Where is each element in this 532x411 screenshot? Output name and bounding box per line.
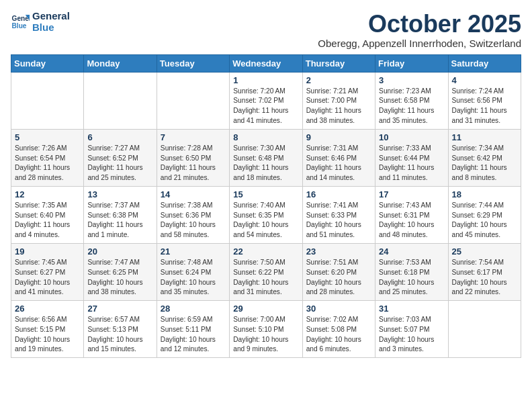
day-number: 25	[452, 246, 517, 257]
day-number: 1	[233, 75, 298, 85]
calendar-cell: 18Sunrise: 7:44 AMSunset: 6:29 PMDayligh…	[448, 186, 521, 243]
day-info: Sunrise: 7:31 AMSunset: 6:46 PMDaylight:…	[306, 144, 371, 183]
calendar-cell: 3Sunrise: 7:23 AMSunset: 6:58 PMDaylight…	[375, 72, 448, 129]
calendar-cell: 29Sunrise: 7:00 AMSunset: 5:10 PMDayligh…	[230, 301, 302, 358]
day-info: Sunrise: 7:20 AMSunset: 7:02 PMDaylight:…	[233, 87, 298, 126]
calendar-header-row: SundayMondayTuesdayWednesdayThursdayFrid…	[11, 54, 521, 72]
day-number: 27	[87, 304, 152, 314]
day-number: 24	[379, 246, 444, 257]
day-info: Sunrise: 7:51 AMSunset: 6:20 PMDaylight:…	[306, 258, 371, 298]
day-info: Sunrise: 7:45 AMSunset: 6:27 PMDaylight:…	[15, 258, 80, 298]
day-number: 29	[233, 304, 298, 314]
calendar-cell: 26Sunrise: 6:56 AMSunset: 5:15 PMDayligh…	[11, 301, 84, 358]
day-info: Sunrise: 7:24 AMSunset: 6:56 PMDaylight:…	[452, 87, 517, 126]
logo: General Blue General Blue	[11, 11, 70, 33]
calendar-cell: 17Sunrise: 7:43 AMSunset: 6:31 PMDayligh…	[375, 186, 448, 243]
calendar-cell: 14Sunrise: 7:38 AMSunset: 6:36 PMDayligh…	[157, 186, 229, 243]
calendar-cell: 13Sunrise: 7:37 AMSunset: 6:38 PMDayligh…	[84, 186, 157, 243]
day-info: Sunrise: 7:34 AMSunset: 6:42 PMDaylight:…	[452, 144, 517, 183]
day-info: Sunrise: 7:02 AMSunset: 5:08 PMDaylight:…	[306, 315, 371, 355]
calendar-cell: 19Sunrise: 7:45 AMSunset: 6:27 PMDayligh…	[11, 243, 84, 300]
calendar-cell: 28Sunrise: 6:59 AMSunset: 5:11 PMDayligh…	[157, 301, 229, 358]
calendar-header-wednesday: Wednesday	[230, 54, 302, 72]
day-info: Sunrise: 7:28 AMSunset: 6:50 PMDaylight:…	[161, 144, 226, 183]
day-info: Sunrise: 7:41 AMSunset: 6:33 PMDaylight:…	[306, 201, 371, 240]
day-number: 31	[379, 304, 444, 314]
calendar-cell: 16Sunrise: 7:41 AMSunset: 6:33 PMDayligh…	[302, 186, 375, 243]
day-info: Sunrise: 7:26 AMSunset: 6:54 PMDaylight:…	[15, 144, 80, 183]
calendar-cell: 2Sunrise: 7:21 AMSunset: 7:00 PMDaylight…	[302, 72, 375, 129]
day-info: Sunrise: 7:50 AMSunset: 6:22 PMDaylight:…	[233, 258, 298, 298]
day-number: 18	[452, 189, 517, 199]
calendar-cell: 6Sunrise: 7:27 AMSunset: 6:52 PMDaylight…	[84, 129, 157, 186]
day-number: 17	[379, 189, 444, 199]
calendar-cell: 5Sunrise: 7:26 AMSunset: 6:54 PMDaylight…	[11, 129, 84, 186]
calendar-week-row: 19Sunrise: 7:45 AMSunset: 6:27 PMDayligh…	[11, 243, 521, 300]
calendar-header-tuesday: Tuesday	[157, 54, 229, 72]
day-number: 23	[306, 246, 371, 257]
calendar-header-monday: Monday	[84, 54, 157, 72]
calendar-cell: 20Sunrise: 7:47 AMSunset: 6:25 PMDayligh…	[84, 243, 157, 300]
day-number: 2	[306, 75, 371, 85]
calendar-cell: 23Sunrise: 7:51 AMSunset: 6:20 PMDayligh…	[302, 243, 375, 300]
calendar-cell: 8Sunrise: 7:30 AMSunset: 6:48 PMDaylight…	[230, 129, 302, 186]
calendar-header-sunday: Sunday	[11, 54, 84, 72]
day-number: 28	[161, 304, 226, 314]
day-info: Sunrise: 6:57 AMSunset: 5:13 PMDaylight:…	[87, 315, 152, 355]
calendar-week-row: 12Sunrise: 7:35 AMSunset: 6:40 PMDayligh…	[11, 186, 521, 243]
calendar-cell: 25Sunrise: 7:54 AMSunset: 6:17 PMDayligh…	[448, 243, 521, 300]
month-title: October 2025	[318, 11, 521, 38]
day-number: 12	[15, 189, 80, 199]
calendar-cell	[84, 72, 157, 129]
day-info: Sunrise: 7:38 AMSunset: 6:36 PMDaylight:…	[161, 201, 226, 240]
day-info: Sunrise: 7:23 AMSunset: 6:58 PMDaylight:…	[379, 87, 444, 126]
calendar-cell: 24Sunrise: 7:53 AMSunset: 6:18 PMDayligh…	[375, 243, 448, 300]
day-number: 9	[306, 132, 371, 142]
day-number: 10	[379, 132, 444, 142]
calendar-header-friday: Friday	[375, 54, 448, 72]
calendar-cell: 12Sunrise: 7:35 AMSunset: 6:40 PMDayligh…	[11, 186, 84, 243]
day-number: 5	[15, 132, 80, 142]
logo-icon: General Blue	[11, 13, 30, 32]
calendar-table: SundayMondayTuesdayWednesdayThursdayFrid…	[11, 54, 521, 359]
day-number: 14	[161, 189, 226, 199]
day-number: 26	[15, 304, 80, 314]
calendar-week-row: 26Sunrise: 6:56 AMSunset: 5:15 PMDayligh…	[11, 301, 521, 358]
day-number: 16	[306, 189, 371, 199]
day-info: Sunrise: 7:54 AMSunset: 6:17 PMDaylight:…	[452, 258, 517, 298]
calendar-cell: 7Sunrise: 7:28 AMSunset: 6:50 PMDaylight…	[157, 129, 229, 186]
title-block: October 2025 Oberegg, Appenzell Innerrho…	[318, 11, 521, 49]
calendar-cell: 1Sunrise: 7:20 AMSunset: 7:02 PMDaylight…	[230, 72, 302, 129]
day-number: 11	[452, 132, 517, 142]
calendar-cell: 30Sunrise: 7:02 AMSunset: 5:08 PMDayligh…	[302, 301, 375, 358]
day-info: Sunrise: 7:47 AMSunset: 6:25 PMDaylight:…	[87, 258, 152, 298]
day-number: 30	[306, 304, 371, 314]
day-info: Sunrise: 7:40 AMSunset: 6:35 PMDaylight:…	[233, 201, 298, 240]
logo-line2: Blue	[32, 22, 70, 34]
calendar-header-thursday: Thursday	[302, 54, 375, 72]
day-number: 22	[233, 246, 298, 257]
day-number: 4	[452, 75, 517, 85]
location-title: Oberegg, Appenzell Innerrhoden, Switzerl…	[318, 38, 521, 49]
day-info: Sunrise: 7:00 AMSunset: 5:10 PMDaylight:…	[233, 315, 298, 355]
calendar-cell	[11, 72, 84, 129]
calendar-week-row: 5Sunrise: 7:26 AMSunset: 6:54 PMDaylight…	[11, 129, 521, 186]
day-info: Sunrise: 6:56 AMSunset: 5:15 PMDaylight:…	[15, 315, 80, 355]
calendar-cell: 22Sunrise: 7:50 AMSunset: 6:22 PMDayligh…	[230, 243, 302, 300]
calendar-cell	[157, 72, 229, 129]
day-info: Sunrise: 7:03 AMSunset: 5:07 PMDaylight:…	[379, 315, 444, 355]
day-info: Sunrise: 7:44 AMSunset: 6:29 PMDaylight:…	[452, 201, 517, 240]
day-info: Sunrise: 7:35 AMSunset: 6:40 PMDaylight:…	[15, 201, 80, 240]
calendar-cell: 9Sunrise: 7:31 AMSunset: 6:46 PMDaylight…	[302, 129, 375, 186]
calendar-cell: 4Sunrise: 7:24 AMSunset: 6:56 PMDaylight…	[448, 72, 521, 129]
day-info: Sunrise: 7:27 AMSunset: 6:52 PMDaylight:…	[87, 144, 152, 183]
calendar-cell: 11Sunrise: 7:34 AMSunset: 6:42 PMDayligh…	[448, 129, 521, 186]
svg-text:Blue: Blue	[12, 22, 27, 30]
calendar-cell: 21Sunrise: 7:48 AMSunset: 6:24 PMDayligh…	[157, 243, 229, 300]
calendar-cell: 15Sunrise: 7:40 AMSunset: 6:35 PMDayligh…	[230, 186, 302, 243]
day-info: Sunrise: 7:33 AMSunset: 6:44 PMDaylight:…	[379, 144, 444, 183]
day-info: Sunrise: 7:21 AMSunset: 7:00 PMDaylight:…	[306, 87, 371, 126]
calendar-header-saturday: Saturday	[448, 54, 521, 72]
day-number: 19	[15, 246, 80, 257]
day-number: 3	[379, 75, 444, 85]
